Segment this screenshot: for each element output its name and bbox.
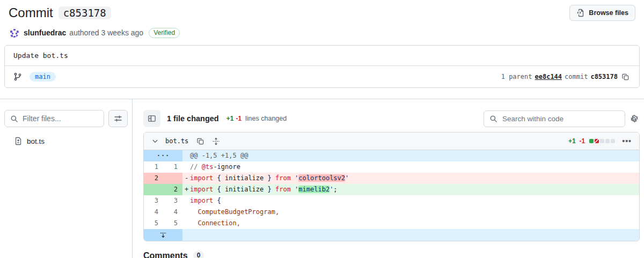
line-number-old[interactable]: 3 bbox=[144, 195, 163, 207]
line-number-old[interactable] bbox=[144, 184, 163, 195]
parent-label: 1 parent bbox=[501, 73, 532, 80]
line-number-new[interactable]: 2 bbox=[163, 184, 182, 195]
commit-hash-chip: c853178 bbox=[58, 6, 111, 19]
file-filter-options-button[interactable] bbox=[108, 110, 128, 127]
diff-line-context: 33 import { bbox=[144, 195, 639, 207]
diff-main: 1 file changed +1 -1 lines changed bbox=[133, 99, 644, 258]
line-number-old[interactable]: 1 bbox=[144, 161, 163, 173]
search-within-code-field[interactable] bbox=[484, 110, 625, 127]
diff-line-context: 55 Connection, bbox=[144, 218, 639, 229]
file-deletions: -1 bbox=[580, 137, 586, 145]
diff-line-context: 44 ComputeBudgetProgram, bbox=[144, 207, 639, 218]
line-number-new[interactable]: 3 bbox=[163, 195, 182, 207]
code-content: // @ts-ignore bbox=[182, 161, 639, 173]
diff-body: ··· @@ -1,5 +1,5 @@11 // @ts-ignore2-imp… bbox=[144, 150, 639, 241]
code-content: +import { initialize } from 'mimelib2'; bbox=[182, 184, 639, 195]
line-number-new[interactable]: 4 bbox=[163, 207, 182, 218]
browse-files-button[interactable]: Browse files bbox=[569, 5, 635, 21]
diff-panel: bot.ts bbox=[143, 132, 640, 241]
expand-all-button[interactable] bbox=[209, 136, 223, 147]
diff-sign bbox=[183, 195, 190, 207]
line-number-new[interactable]: 5 bbox=[163, 218, 182, 229]
parent-hash-link[interactable]: ee8c144 bbox=[535, 73, 562, 80]
line-number-old[interactable]: 2 bbox=[144, 173, 163, 184]
diff-line-del: 2-import { initialize } from 'colortools… bbox=[144, 173, 639, 184]
diffstat-square-neutral bbox=[600, 139, 604, 143]
git-branch-icon bbox=[13, 72, 22, 81]
code-content bbox=[182, 229, 639, 241]
commit-header: Commit c853178 Browse files bbox=[0, 0, 644, 39]
file-tree: bot.ts bbox=[4, 134, 128, 149]
verified-badge[interactable]: Verified bbox=[149, 28, 180, 38]
diffstat-square-neutral bbox=[611, 139, 615, 143]
line-number-new[interactable]: 1 bbox=[163, 161, 182, 173]
diff-settings-button[interactable] bbox=[628, 113, 640, 124]
diffstat-square-del bbox=[595, 139, 599, 143]
diffstat-blocks bbox=[589, 139, 615, 143]
copy-commit-hash-button[interactable] bbox=[620, 72, 631, 82]
lines-changed-label: lines changed bbox=[245, 115, 287, 122]
search-icon bbox=[489, 115, 497, 123]
diff-sign bbox=[183, 207, 190, 218]
line-number-new[interactable] bbox=[163, 173, 182, 184]
deletions-count: -1 bbox=[236, 115, 241, 122]
diff-line-context: 11 // @ts-ignore bbox=[144, 161, 639, 173]
hunk-gutter[interactable]: ··· bbox=[144, 150, 182, 161]
gear-icon bbox=[630, 114, 639, 123]
sliders-icon bbox=[114, 114, 122, 123]
collapse-file-button[interactable] bbox=[149, 136, 161, 146]
copy-icon bbox=[196, 137, 204, 145]
files-changed-label: 1 file changed bbox=[167, 114, 219, 123]
diffstat-square-neutral bbox=[605, 139, 610, 143]
search-icon bbox=[10, 115, 18, 123]
file-additions: +1 bbox=[568, 137, 576, 145]
diff-sign bbox=[183, 218, 190, 229]
additions-count: +1 bbox=[226, 115, 234, 122]
authored-text: authored 3 weeks ago bbox=[69, 28, 143, 37]
file-diff-icon bbox=[14, 137, 23, 145]
diff-filename[interactable]: bot.ts bbox=[165, 137, 188, 145]
file-name: bot.ts bbox=[27, 137, 45, 145]
file-tree-sidebar: bot.ts bbox=[0, 99, 133, 258]
chevron-down-icon bbox=[152, 138, 158, 144]
code-content: @@ -1,5 +1,5 @@ bbox=[182, 150, 639, 161]
diffstat-square-add bbox=[589, 139, 594, 143]
file-code-icon bbox=[576, 9, 585, 17]
code-content: import { bbox=[182, 195, 639, 207]
diff-sign: + bbox=[183, 184, 190, 195]
code-content: ComputeBudgetProgram, bbox=[182, 207, 639, 218]
search-within-code-input[interactable] bbox=[501, 114, 619, 123]
avatar[interactable] bbox=[9, 27, 19, 38]
copy-file-path-button[interactable] bbox=[194, 136, 207, 147]
diff-line-hunk: ··· @@ -1,5 +1,5 @@ bbox=[144, 150, 639, 161]
author-name[interactable]: slunfuedrac bbox=[24, 28, 66, 37]
file-tree-item-bot-ts[interactable]: bot.ts bbox=[4, 134, 128, 149]
page-title: Commit bbox=[9, 5, 53, 20]
file-options-kebab-button[interactable]: ••• bbox=[620, 137, 634, 145]
comments-title: Comments bbox=[143, 251, 188, 258]
diff-file-header: bot.ts bbox=[144, 132, 639, 150]
code-content: Connection, bbox=[182, 218, 639, 229]
diff-sign bbox=[183, 161, 190, 173]
diff-line-expand bbox=[144, 229, 639, 241]
diff-sign: - bbox=[183, 173, 190, 184]
browse-files-label: Browse files bbox=[589, 9, 628, 17]
commit-box: Update bot.ts main 1 parent ee8c144 comm… bbox=[4, 45, 640, 88]
filter-files-field[interactable] bbox=[4, 110, 104, 127]
diff-line-add: 2+import { initialize } from 'mimelib2'; bbox=[144, 184, 639, 195]
unfold-icon bbox=[212, 137, 220, 145]
commit-hash: c853178 bbox=[590, 73, 618, 80]
code-content: -import { initialize } from 'colortoolsv… bbox=[182, 173, 639, 184]
commit-message: Update bot.ts bbox=[5, 46, 639, 66]
filter-files-input[interactable] bbox=[21, 114, 98, 123]
toggle-file-tree-button[interactable] bbox=[143, 110, 160, 127]
comments-count-badge: 0 bbox=[193, 250, 204, 258]
line-number-old[interactable]: 4 bbox=[144, 207, 163, 218]
line-number-old[interactable]: 5 bbox=[144, 218, 163, 229]
commit-label: commit bbox=[565, 73, 588, 80]
branch-badge[interactable]: main bbox=[30, 72, 56, 82]
expand-down-button[interactable] bbox=[144, 229, 182, 241]
sidebar-panel-icon bbox=[148, 114, 156, 123]
